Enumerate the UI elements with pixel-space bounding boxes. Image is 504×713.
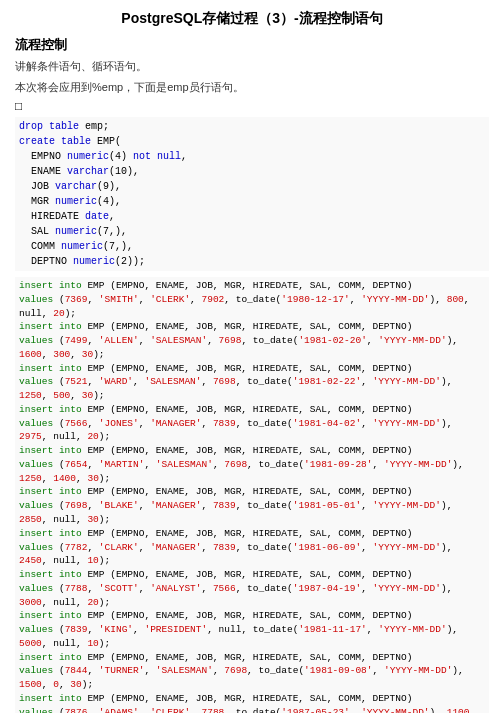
create-line: create table EMP(: [19, 134, 485, 149]
mgr-line: MGR numeric(4),: [31, 194, 485, 209]
main-section-heading: 流程控制: [15, 36, 489, 54]
comm-line: COMM numeric(7,),: [31, 239, 485, 254]
deptno-line: DEPTNO numeric(2));: [31, 254, 485, 269]
main-desc1: 讲解条件语句、循环语句。: [15, 58, 489, 75]
insert-block: insert into EMP (EMPNO, ENAME, JOB, MGR,…: [15, 277, 489, 713]
ename-line: ENAME varchar(10),: [31, 164, 485, 179]
checkbox-marker: □: [15, 99, 489, 113]
job-line: JOB varchar(9),: [31, 179, 485, 194]
main-desc2: 本次将会应用到%emp，下面是emp员行语句。: [15, 79, 489, 96]
drop-create-block: drop table emp; create table EMP( EMPNO …: [15, 117, 489, 271]
drop-line: drop table emp;: [19, 119, 485, 134]
page-title: PostgreSQL存储过程（3）-流程控制语句: [15, 10, 489, 28]
sal-line: SAL numeric(7,),: [31, 224, 485, 239]
empno-line: EMPNO numeric(4) not null,: [31, 149, 485, 164]
hiredate-line: HIREDATE date,: [31, 209, 485, 224]
